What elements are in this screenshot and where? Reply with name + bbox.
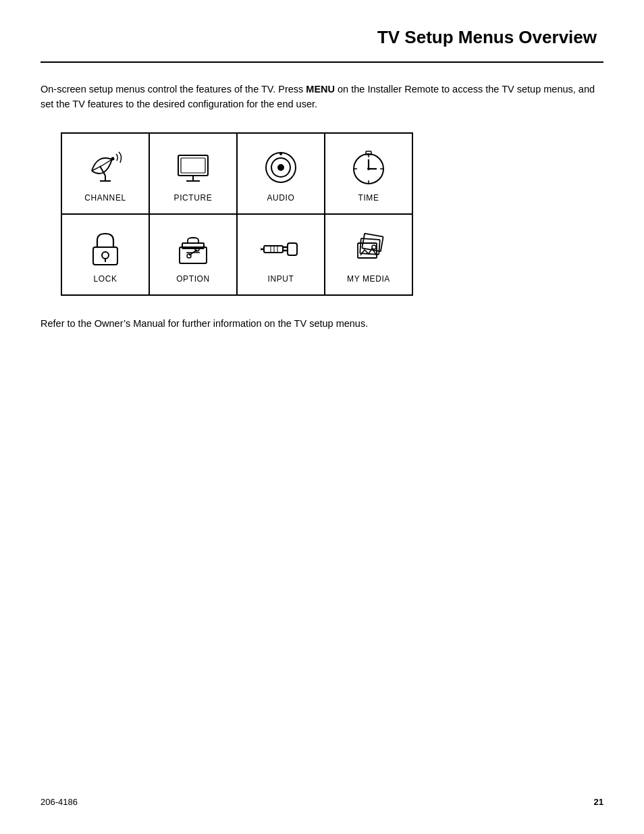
mymedia-label: MY MEDIA [347, 274, 390, 284]
intro-paragraph: On-screen setup menus control the featur… [41, 82, 603, 112]
svg-point-28 [187, 254, 191, 258]
menu-cell-mymedia[interactable]: MY MEDIA [325, 215, 413, 296]
picture-icon [173, 145, 213, 189]
menu-cell-lock[interactable]: LOCK [62, 215, 150, 296]
option-icon [173, 226, 213, 270]
menu-cell-channel[interactable]: CHANNEL [62, 134, 150, 215]
time-icon [348, 145, 389, 189]
menu-grid-wrapper: CHANNEL PICTURE [61, 132, 603, 296]
footer-paragraph: Refer to the Owner’s Manual for further … [41, 316, 603, 331]
input-label: INPUT [268, 274, 294, 284]
mymedia-icon [348, 226, 389, 270]
page-footer: 206-4186 21 [41, 797, 603, 807]
svg-point-3 [111, 157, 115, 160]
menu-cell-picture[interactable]: PICTURE [150, 134, 238, 215]
intro-text-start: On-screen setup menus control the featur… [41, 84, 306, 95]
svg-point-41 [372, 245, 376, 249]
lock-icon [85, 226, 126, 270]
svg-line-2 [100, 166, 105, 176]
svg-point-22 [102, 252, 109, 259]
option-label: OPTION [176, 274, 210, 284]
svg-point-11 [279, 153, 282, 155]
svg-rect-33 [288, 243, 297, 255]
picture-label: PICTURE [174, 193, 213, 203]
page-number: 21 [594, 797, 603, 807]
menu-cell-input[interactable]: INPUT [238, 215, 325, 296]
audio-label: AUDIO [267, 193, 294, 203]
doc-number: 206-4186 [41, 797, 78, 807]
audio-icon [261, 145, 301, 189]
time-label: TIME [358, 193, 379, 203]
svg-rect-24 [180, 247, 207, 263]
channel-label: CHANNEL [84, 193, 126, 203]
intro-bold-word: MENU [306, 84, 335, 95]
menu-cell-audio[interactable]: AUDIO [238, 134, 325, 215]
svg-point-10 [277, 164, 284, 171]
lock-label: LOCK [93, 274, 117, 284]
menu-cell-option[interactable]: OPTION [150, 215, 238, 296]
input-icon [261, 226, 301, 270]
page-title: TV Setup Menus Overview [41, 27, 603, 48]
menu-grid: CHANNEL PICTURE [61, 132, 413, 296]
svg-rect-20 [366, 151, 371, 155]
svg-rect-21 [93, 247, 117, 265]
svg-point-15 [367, 167, 370, 170]
svg-rect-5 [181, 158, 205, 173]
section-divider [41, 61, 603, 63]
channel-icon [85, 145, 126, 189]
menu-cell-time[interactable]: TIME [325, 134, 413, 215]
svg-rect-30 [264, 246, 283, 253]
